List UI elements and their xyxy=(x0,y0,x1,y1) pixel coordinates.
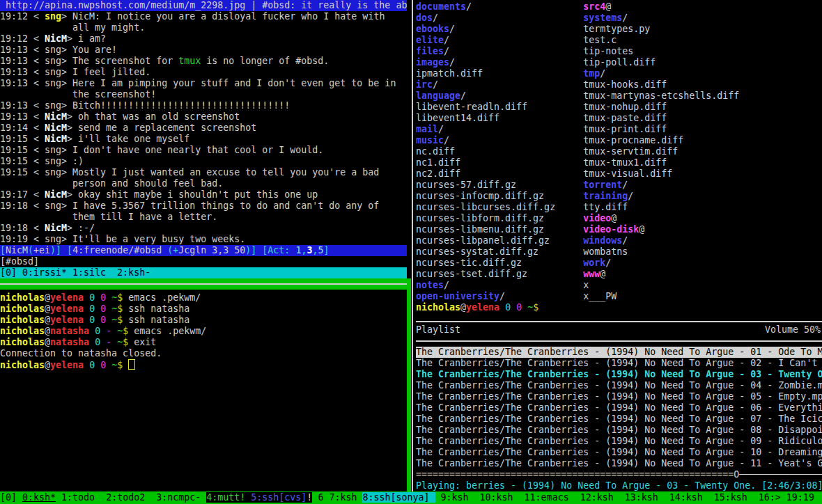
pane-divider-vertical[interactable] xyxy=(412,0,413,491)
music-player-pane[interactable]: Playlist Volume 50% The Cranberries/The … xyxy=(416,324,822,491)
file-row: libevent14.diff tmux-paste.diff xyxy=(416,113,822,124)
shell-pane[interactable]: nicholas@yelena 0 0 ~$ emacs .pekwm/nich… xyxy=(0,292,407,370)
irc-line: 19:14 < NicM> send me a replacement scre… xyxy=(0,123,407,134)
track-row[interactable]: The Cranberries/The Cranberries - (1994)… xyxy=(416,425,822,436)
file-row: ncurses-tset.diff.gz www@ xyxy=(416,269,822,280)
playlist-tracks[interactable]: The Cranberries/The Cranberries - (1994)… xyxy=(416,347,822,469)
file-row: images/ tip-poll.diff xyxy=(416,57,822,68)
shell-line: nicholas@yelena 0 0 ~$ emacs .pekwm/ xyxy=(0,292,407,304)
irc-topic-bar: http://apina.nwpshost.com/medium/m_2298.… xyxy=(0,0,407,11)
track-row[interactable]: The Cranberries/The Cranberries - (1994)… xyxy=(416,414,822,425)
irc-line: person and should feel bad. xyxy=(0,178,407,189)
irc-line: 19:15 < sng> Mostly I just wanted an exc… xyxy=(0,167,407,178)
file-row: ebooks/ termtypes.py xyxy=(416,24,822,35)
file-row: elite/ test.c xyxy=(416,35,822,46)
shell-line: nicholas@yelena 0 0 ~$ xyxy=(0,359,407,370)
file-row: ncurses-infocmp.diff.gz training/ xyxy=(416,191,822,202)
now-playing-status: Playing: berries - (1994) No Need To Arg… xyxy=(416,480,822,491)
text-cursor xyxy=(128,359,135,370)
irc-line: all my might. xyxy=(0,22,407,33)
split-line xyxy=(0,283,411,285)
irc-input-line[interactable]: [#obsd] xyxy=(0,256,407,267)
now-playing-text: Playing: berries - (1994) No Need To Arg… xyxy=(416,480,822,491)
track-row[interactable]: The Cranberries/The Cranberries - (1994)… xyxy=(416,391,822,402)
irc-line: 19:15 < NicM> i'll take one myself xyxy=(0,134,407,145)
file-row: music/ tmux-procname.diff xyxy=(416,135,822,146)
file-row: open-university/ x___PW xyxy=(416,291,822,302)
file-row: ncurses-tic.diff.gz work/ xyxy=(416,258,822,269)
irc-line: them till I have a letter. xyxy=(0,212,407,223)
file-row: irc/ tmux-hooks.diff xyxy=(416,79,822,90)
track-row[interactable]: The Cranberries/The Cranberries - (1994)… xyxy=(416,369,822,380)
irc-line: 19:13 < sng> You are! xyxy=(0,45,407,56)
file-row: mail/ tmux-print.diff xyxy=(416,124,822,135)
screen-window-bar[interactable]: [0] 0:ksh* 1:todo 2:todo2 3:ncmpc- 4:mut… xyxy=(0,491,822,504)
irc-input-text: [#obsd] xyxy=(0,256,407,267)
shell-line: nicholas@yelena 0 0 ~$ ssh natasha xyxy=(0,315,407,326)
irc-line: 19:13 < sng> The screenshot for tmux is … xyxy=(0,56,407,67)
playlist-header-line xyxy=(416,340,822,342)
irc-pane[interactable]: http://apina.nwpshost.com/medium/m_2298.… xyxy=(0,0,407,491)
irc-line: 19:18 < NicM> :-/ xyxy=(0,223,407,234)
inner-screen-window-bar[interactable]: [0] 0:irssi* 1:silc 2:ksh- xyxy=(0,267,407,278)
terminal-screen: http://apina.nwpshost.com/medium/m_2298.… xyxy=(0,0,822,504)
pane-split-horizontal[interactable] xyxy=(0,278,411,290)
track-row[interactable]: The Cranberries/The Cranberries - (1994)… xyxy=(416,358,822,369)
irc-line: 19:18 < sng> I have 5.3567 trillion thin… xyxy=(0,200,407,212)
file-row: ncurses-libform.diff.gz video@ xyxy=(416,213,822,224)
playlist-header: Playlist Volume 50% xyxy=(416,324,822,336)
irc-line: 19:15 < sng> I don't have one nearly tha… xyxy=(0,145,407,156)
pane-border-green xyxy=(407,278,411,491)
file-row: ncurses-libcurses.diff.gz tty.diff xyxy=(416,202,822,213)
playlist-title: Playlist xyxy=(416,324,460,336)
file-row: documents/ src4@ xyxy=(416,1,822,13)
irc-line: 19:13 < sng> I feel jilted. xyxy=(0,67,407,78)
shell-line: nicholas@natasha 0 - ~$ emacs .pekwm/ xyxy=(0,326,407,337)
file-row: nc1.diff tmux-tmux1.diff xyxy=(416,157,822,168)
file-row: ipmatch.diff tmp/ xyxy=(416,68,822,79)
track-row[interactable]: The Cranberries/The Cranberries - (1994)… xyxy=(416,436,822,447)
file-row: ncurses-libmenu.diff.gz video-disk@ xyxy=(416,224,822,235)
file-row: libevent-readln.diff tmux-nohup.diff xyxy=(416,102,822,113)
track-row[interactable]: The Cranberries/The Cranberries - (1994)… xyxy=(416,447,822,458)
file-listing-pane[interactable]: documents/ src4@dos/ systems/ebooks/ ter… xyxy=(416,1,822,313)
irc-line: 19:13 < sng> Bitch!!!!!!!!!!!!!!!!!!!!!!… xyxy=(0,100,407,111)
irc-status-bar: [NicM(+ei)] [4:freenode/#obsd (+Jcgln 3,… xyxy=(0,245,407,256)
track-row[interactable]: The Cranberries/The Cranberries - (1994)… xyxy=(416,402,822,414)
irc-line: 19:13 < sng> Here I am pimping your stuf… xyxy=(0,78,407,89)
progress-line: ========================================… xyxy=(416,469,822,480)
track-row[interactable]: The Cranberries/The Cranberries - (1994)… xyxy=(416,347,822,358)
shell-line: Connection to natasha closed. xyxy=(0,348,407,359)
track-row[interactable]: The Cranberries/The Cranberries - (1994)… xyxy=(416,380,822,391)
file-row: nc.diff tmux-servtim.diff xyxy=(416,146,822,157)
file-row: ncurses-systat.diff.gz wombatns xyxy=(416,246,822,258)
irc-line: 19:15 < sng> :) xyxy=(0,156,407,167)
file-row: nc2.diff tmux-visual.diff xyxy=(416,168,822,180)
track-row[interactable]: The Cranberries/The Cranberries - (1994)… xyxy=(416,458,822,469)
file-row: notes/ x xyxy=(416,280,822,291)
irc-line: 19:17 < NicM> okay shit maybe i shouldn'… xyxy=(0,189,407,200)
irc-line: 19:19 < sng> It'll be a very busy two we… xyxy=(0,234,407,245)
irc-message-area: 19:12 < sng> NicM: I notice you are a di… xyxy=(0,11,407,245)
file-row: ncurses-libpanel.diff.gz windows/ xyxy=(416,235,822,246)
volume-indicator: Volume 50% xyxy=(765,324,821,336)
irc-line: 19:12 < sng> NicM: I notice you are a di… xyxy=(0,11,407,22)
file-row: dos/ systems/ xyxy=(416,13,822,24)
irc-line: 19:12 < NicM> i am? xyxy=(0,33,407,45)
pane-split-right[interactable] xyxy=(416,321,822,322)
playlist-progress-bar[interactable]: ========================================… xyxy=(416,469,822,480)
file-row: files/ tip-notes xyxy=(416,46,822,57)
shell-line: nicholas@yelena 0 0 ~$ ssh natasha xyxy=(0,304,407,315)
file-row: ncurses-57.diff.gz torrent/ xyxy=(416,180,822,191)
file-row: language/ tmux-martynas-etcshells.diff xyxy=(416,90,822,102)
irc-line: 19:13 < NicM> oh that was an old screens… xyxy=(0,111,407,123)
shell-line: nicholas@natasha 0 - ~$ exit xyxy=(0,337,407,348)
irc-line: the screenshot! xyxy=(0,89,407,100)
file-row: nicholas@yelena 0 0 ~$ xyxy=(416,302,822,313)
